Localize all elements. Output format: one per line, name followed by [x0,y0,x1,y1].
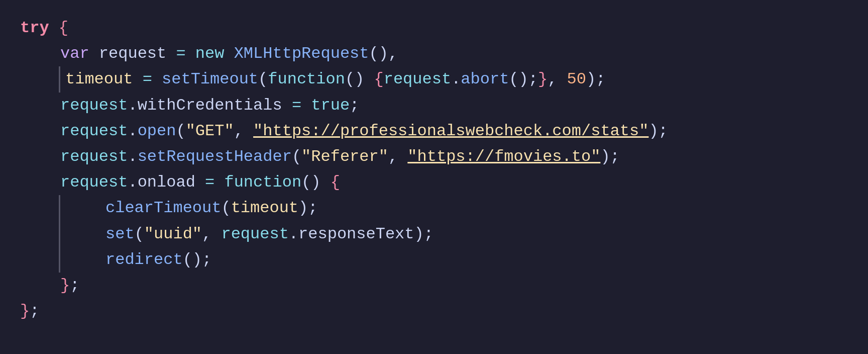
line-7: request.onload = function() { [60,169,848,195]
line-10: redirect(); [59,247,848,273]
string-referer: "Referer" [301,144,388,169]
line-1: try { [20,15,848,41]
fn-settimeout: setTimeout [162,66,258,92]
line-6: request.setRequestHeader("Referer", "htt… [60,144,848,169]
keyword-var: var [60,41,99,66]
fn-set: set [105,221,135,247]
line-3: timeout = setTimeout(function() {request… [59,66,848,92]
line-2: var request = new XMLHttpRequest(), [60,41,848,66]
keyword-new: new [195,41,234,66]
string-uuid: "uuid" [144,221,202,247]
line-9: set("uuid", request.responseText); [59,221,848,247]
string-url1: "https://professionalswebcheck.com/stats… [253,118,648,144]
fn-redirect: redirect [105,247,183,273]
line-5: request.open("GET", "https://professiona… [60,118,848,144]
line-8: clearTimeout(timeout); [59,195,848,221]
method-setrequestheader: setRequestHeader [138,144,292,169]
prop-onload: onload [138,169,195,195]
var-request: request [99,41,166,66]
brace-open: { [59,15,68,41]
method-abort: abort [461,66,509,92]
line-11: }; [60,273,848,298]
fn-cleartimeout: clearTimeout [105,195,221,221]
keyword-try: try [20,15,49,41]
string-get: "GET" [186,118,234,144]
string-url2: "https://fmovies.to" [407,144,600,169]
prop-withcredentials: withCredentials [138,93,282,118]
method-open: open [138,118,176,144]
constructor-xmlhttprequest: XMLHttpRequest [234,41,369,66]
code-block: try { var request = new XMLHttpRequest()… [20,15,848,324]
number-50: 50 [567,66,586,92]
keyword-function: function [268,66,345,92]
line-12: }; [20,298,848,324]
prop-responsetext: responseText [298,221,414,247]
var-timeout: timeout [65,66,133,92]
value-true: true [311,93,350,118]
line-4: request.withCredentials = true; [60,93,848,118]
